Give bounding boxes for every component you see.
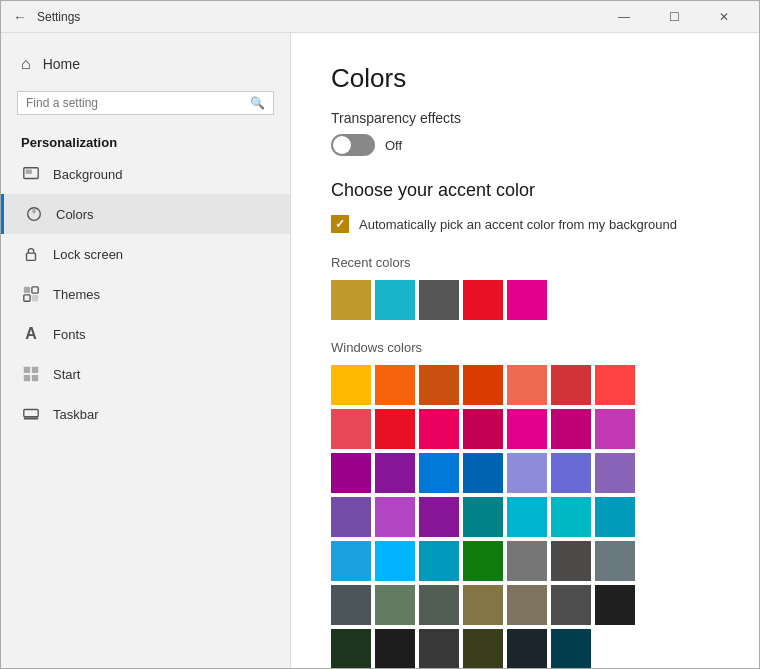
back-button[interactable]: ← <box>13 9 27 25</box>
windows-color-swatch[interactable] <box>595 497 635 537</box>
colors-icon <box>24 204 44 224</box>
sidebar-item-lock-screen[interactable]: Lock screen <box>1 234 290 274</box>
auto-pick-row: Automatically pick an accent color from … <box>331 215 719 233</box>
transparency-toggle[interactable] <box>331 134 375 156</box>
sidebar-item-start[interactable]: Start <box>1 354 290 394</box>
windows-color-swatch[interactable] <box>375 365 415 405</box>
windows-color-swatch[interactable] <box>331 541 371 581</box>
settings-window: ← Settings — ☐ ✕ ⌂ Home 🔍 Personalizatio… <box>0 0 760 669</box>
windows-colors-label: Windows colors <box>331 340 719 355</box>
search-input[interactable] <box>26 96 244 110</box>
sidebar-item-taskbar[interactable]: Taskbar <box>1 394 290 434</box>
themes-icon <box>21 284 41 304</box>
recent-color-swatch[interactable] <box>463 280 503 320</box>
minimize-button[interactable]: — <box>601 1 647 33</box>
windows-color-swatch[interactable] <box>595 585 635 625</box>
content-area: ⌂ Home 🔍 Personalization Background <box>1 33 759 668</box>
home-nav-item[interactable]: ⌂ Home <box>21 49 270 79</box>
windows-color-swatch[interactable] <box>375 453 415 493</box>
windows-color-swatch[interactable] <box>463 409 503 449</box>
windows-color-swatch[interactable] <box>419 585 459 625</box>
accent-title: Choose your accent color <box>331 180 719 201</box>
windows-color-swatch[interactable] <box>375 585 415 625</box>
windows-color-swatch[interactable] <box>595 541 635 581</box>
recent-colors-grid <box>331 280 719 320</box>
windows-color-swatch[interactable] <box>551 497 591 537</box>
svg-rect-9 <box>32 367 38 373</box>
windows-color-swatch[interactable] <box>463 629 503 668</box>
windows-color-swatch[interactable] <box>375 541 415 581</box>
windows-color-swatch[interactable] <box>331 453 371 493</box>
windows-color-swatch[interactable] <box>595 409 635 449</box>
svg-rect-11 <box>32 375 38 381</box>
windows-color-swatch[interactable] <box>419 541 459 581</box>
windows-color-swatch[interactable] <box>419 453 459 493</box>
sidebar-item-background[interactable]: Background <box>1 154 290 194</box>
sidebar-item-colors[interactable]: Colors <box>1 194 290 234</box>
windows-color-swatch[interactable] <box>375 629 415 668</box>
background-icon <box>21 164 41 184</box>
windows-color-swatch[interactable] <box>595 453 635 493</box>
windows-color-swatch[interactable] <box>419 365 459 405</box>
windows-color-swatch[interactable] <box>551 629 591 668</box>
titlebar: ← Settings — ☐ ✕ <box>1 1 759 33</box>
windows-color-swatch[interactable] <box>595 365 635 405</box>
windows-color-swatch[interactable] <box>507 365 547 405</box>
windows-color-swatch[interactable] <box>507 497 547 537</box>
windows-color-swatch[interactable] <box>463 497 503 537</box>
svg-rect-10 <box>24 375 30 381</box>
windows-color-swatch[interactable] <box>507 409 547 449</box>
svg-rect-1 <box>26 170 32 175</box>
search-box[interactable]: 🔍 <box>17 91 274 115</box>
windows-color-swatch[interactable] <box>419 497 459 537</box>
windows-color-swatch[interactable] <box>331 365 371 405</box>
windows-color-swatch[interactable] <box>463 365 503 405</box>
windows-color-swatch[interactable] <box>507 585 547 625</box>
svg-rect-3 <box>27 253 36 260</box>
auto-pick-label: Automatically pick an accent color from … <box>359 217 677 232</box>
windows-color-swatch[interactable] <box>331 629 371 668</box>
windows-color-swatch[interactable] <box>375 409 415 449</box>
windows-color-swatch[interactable] <box>551 365 591 405</box>
taskbar-icon <box>21 404 41 424</box>
close-button[interactable]: ✕ <box>701 1 747 33</box>
start-label: Start <box>53 367 80 382</box>
windows-color-swatch[interactable] <box>507 629 547 668</box>
windows-color-swatch[interactable] <box>331 585 371 625</box>
start-icon <box>21 364 41 384</box>
windows-color-swatch[interactable] <box>507 541 547 581</box>
fonts-label: Fonts <box>53 327 86 342</box>
recent-color-swatch[interactable] <box>419 280 459 320</box>
windows-color-swatch[interactable] <box>463 453 503 493</box>
toggle-knob <box>333 136 351 154</box>
windows-color-swatch[interactable] <box>507 453 547 493</box>
colors-label: Colors <box>56 207 94 222</box>
background-label: Background <box>53 167 122 182</box>
sidebar-item-fonts[interactable]: A Fonts <box>1 314 290 354</box>
recent-color-swatch[interactable] <box>375 280 415 320</box>
maximize-button[interactable]: ☐ <box>651 1 697 33</box>
svg-rect-8 <box>24 367 30 373</box>
windows-color-swatch[interactable] <box>419 409 459 449</box>
windows-color-swatch[interactable] <box>551 585 591 625</box>
recent-color-swatch[interactable] <box>507 280 547 320</box>
windows-color-swatch[interactable] <box>419 629 459 668</box>
transparency-label: Transparency effects <box>331 110 719 126</box>
windows-color-swatch[interactable] <box>551 541 591 581</box>
search-icon: 🔍 <box>250 96 265 110</box>
titlebar-title: Settings <box>37 10 80 24</box>
windows-color-swatch[interactable] <box>463 585 503 625</box>
windows-color-swatch[interactable] <box>375 497 415 537</box>
taskbar-label: Taskbar <box>53 407 99 422</box>
sidebar-item-themes[interactable]: Themes <box>1 274 290 314</box>
windows-color-swatch[interactable] <box>551 409 591 449</box>
windows-color-swatch[interactable] <box>331 497 371 537</box>
sidebar: ⌂ Home 🔍 Personalization Background <box>1 33 291 668</box>
recent-color-swatch[interactable] <box>331 280 371 320</box>
main-content: Colors Transparency effects Off Choose y… <box>291 33 759 668</box>
lock-screen-icon <box>21 244 41 264</box>
windows-color-swatch[interactable] <box>551 453 591 493</box>
auto-pick-checkbox[interactable] <box>331 215 349 233</box>
windows-color-swatch[interactable] <box>331 409 371 449</box>
windows-color-swatch[interactable] <box>463 541 503 581</box>
